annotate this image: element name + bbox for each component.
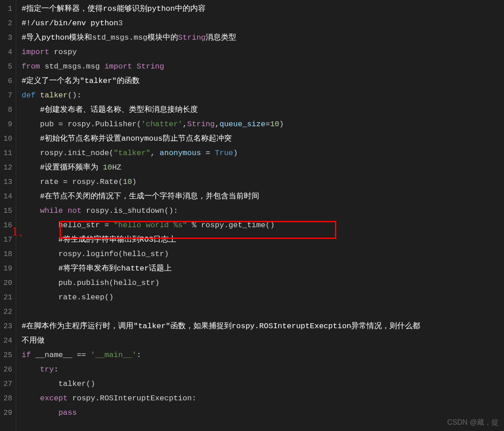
code-token: '__main__' — [91, 351, 137, 359]
code-line[interactable] — [22, 305, 504, 319]
code-token: "talker" — [114, 149, 151, 157]
code-token: std_msgs.msg — [40, 62, 105, 71]
code-token: : — [137, 351, 141, 359]
code-token — [63, 206, 68, 215]
watermark-text: CSDN @藏，捉 — [447, 418, 499, 427]
code-token: #在脚本作为主程序运行时，调用"talker"函数，如果捕捉到rospy.ROS… — [22, 322, 420, 330]
code-token: True — [215, 149, 234, 157]
line-number: 15 — [2, 204, 12, 218]
code-token — [22, 206, 40, 215]
line-number: 19 — [2, 261, 12, 276]
code-token: : — [54, 365, 58, 374]
line-number: 11 — [2, 146, 12, 160]
code-line[interactable]: if __name__ == '__main__': — [22, 348, 504, 362]
code-token: while — [40, 206, 63, 215]
code-token: String — [187, 120, 215, 128]
code-line[interactable]: hello_str = "hello world %s" % rospy.get… — [22, 218, 504, 233]
code-token: #导入python模块和 — [22, 33, 92, 42]
code-line[interactable]: except rospy.ROSInteruptExecption: — [22, 391, 504, 406]
line-number: 17 — [2, 233, 12, 247]
code-token: 消息类型 — [206, 33, 236, 42]
code-token: ) — [233, 149, 238, 157]
code-line[interactable]: #初始化节点名称并设置anonymous防止节点名称起冲突 — [22, 132, 504, 146]
code-token: #!/usr/bin/env python — [22, 19, 118, 28]
code-token — [22, 408, 59, 417]
code-token: #设置循环频率为 — [22, 163, 103, 172]
code-line[interactable]: rate = rospy.Rate(10) — [22, 175, 504, 189]
code-line[interactable]: def talker(): — [22, 88, 504, 103]
line-number: 27 — [2, 377, 12, 391]
line-number: 23 — [2, 319, 12, 334]
line-number: 13 — [2, 175, 12, 189]
line-number: 8 — [2, 103, 12, 117]
code-line[interactable]: #在节点不关闭的情况下，生成一个字符串消息，并包含当前时间 — [22, 189, 504, 204]
code-line[interactable]: pub.publish(hello_str) — [22, 276, 504, 290]
line-number: 2 — [2, 16, 12, 31]
code-line[interactable]: pub = rospy.Publisher('chatter',String,q… — [22, 117, 504, 132]
code-token: rospy.init_node( — [22, 149, 114, 157]
code-line[interactable]: #导入python模块和std_msgs.msg模块中的String消息类型 — [22, 31, 504, 45]
code-token: 10 — [270, 120, 279, 128]
code-token: def — [22, 91, 36, 100]
code-line[interactable]: #在脚本作为主程序运行时，调用"talker"函数，如果捕捉到rospy.ROS… — [22, 319, 504, 334]
code-token: #定义了一个名为"talker"的函数 — [22, 77, 140, 85]
code-token: #将字符串发布到chatter话题上 — [22, 264, 172, 273]
line-number: 18 — [2, 247, 12, 261]
code-line[interactable]: #定义了一个名为"talker"的函数 — [22, 74, 504, 88]
line-number: 5 — [2, 60, 12, 74]
code-token: , — [215, 120, 220, 128]
code-token: anonymous — [160, 149, 201, 157]
line-number: 6 — [2, 74, 12, 88]
code-line[interactable]: try: — [22, 362, 504, 377]
code-line[interactable]: rate.sleep() — [22, 290, 504, 305]
code-line[interactable]: talker() — [22, 377, 504, 391]
code-token: 模块中的 — [147, 33, 178, 42]
code-line[interactable]: #将生成的字符串输出到ROS日志上 — [22, 233, 504, 247]
code-line[interactable]: from std_msgs.msg import String — [22, 60, 504, 74]
code-line[interactable]: #创建发布者、话题名称、类型和消息接纳长度 — [22, 103, 504, 117]
code-token: 3 — [118, 19, 123, 28]
line-number: 24 — [2, 334, 12, 348]
line-number: 26 — [2, 362, 12, 377]
code-line[interactable]: #设置循环频率为 10HZ — [22, 160, 504, 175]
code-line[interactable]: rospy.loginfo(hello_str) — [22, 247, 504, 261]
line-number: 29 — [2, 406, 12, 420]
code-token: from — [22, 62, 40, 71]
code-token: String — [137, 62, 164, 71]
line-number: 22 — [2, 305, 12, 319]
code-line[interactable]: import rospy — [22, 45, 504, 60]
code-token: rospy.loginfo(hello_str) — [22, 250, 169, 258]
code-token: rate.sleep() — [22, 293, 114, 302]
code-token: import — [105, 62, 132, 71]
code-token — [36, 91, 40, 100]
code-token: talker() — [22, 380, 95, 388]
code-line[interactable]: #将字符串发布到chatter话题上 — [22, 261, 504, 276]
code-line[interactable]: pass — [22, 406, 504, 420]
line-number: 12 — [2, 160, 12, 175]
code-token: hello_str = — [22, 221, 114, 229]
code-line[interactable]: while not rospy.is_shutdown(): — [22, 204, 504, 218]
code-token: pub = rospy.Publisher( — [22, 120, 141, 128]
code-line[interactable]: #指定一个解释器，使得ros能够识别python中的内容 — [22, 2, 504, 16]
annotation-label-1: 1、 — [12, 223, 31, 240]
line-number: 28 — [2, 391, 12, 406]
code-token: (): — [68, 91, 82, 100]
code-token: 10 — [123, 178, 132, 186]
code-line[interactable]: rospy.init_node("talker", anonymous = Tr… — [22, 146, 504, 160]
code-token: 'chatter' — [141, 120, 183, 128]
code-token: #创建发布者、话题名称、类型和消息接纳长度 — [22, 105, 198, 114]
code-token: talker — [40, 91, 68, 100]
code-line[interactable]: #!/usr/bin/env python3 — [22, 16, 504, 31]
line-number: 1 — [2, 2, 12, 16]
code-content-area[interactable]: 1、 #指定一个解释器，使得ros能够识别python中的内容#!/usr/bi… — [16, 0, 504, 431]
code-token: queue_size — [220, 120, 266, 128]
code-token: #指定一个解释器，使得ros能够识别python中的内容 — [22, 5, 206, 13]
code-token: #初始化节点名称并设置anonymous防止节点名称起冲突 — [22, 134, 232, 143]
code-token: HZ — [112, 163, 121, 172]
code-token: rospy.is_shutdown(): — [82, 206, 178, 215]
code-token: ) — [279, 120, 284, 128]
code-line[interactable]: 不用做 — [22, 334, 504, 348]
code-token: 不用做 — [22, 336, 45, 345]
code-token: except — [40, 394, 68, 403]
code-token: if — [22, 351, 31, 359]
